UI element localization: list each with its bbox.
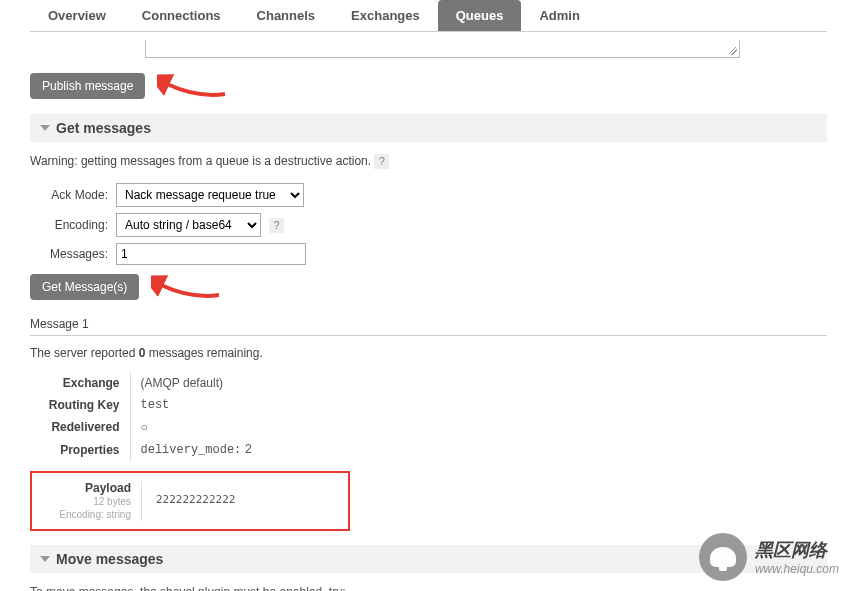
encoding-select[interactable]: Auto string / base64 [116, 213, 261, 237]
payload-textarea[interactable] [145, 40, 740, 58]
detail-key-routing: Routing Key [30, 394, 130, 416]
nav-tabs: Overview Connections Channels Exchanges … [30, 0, 827, 32]
warning-text: Warning: getting messages from a queue i… [30, 154, 371, 168]
message-heading: Message 1 [30, 311, 827, 336]
payload-encoding: Encoding: string [42, 508, 131, 521]
annotation-arrow-icon [151, 273, 221, 301]
message-details-table: Exchange (AMQP default) Routing Key test… [30, 372, 827, 461]
payload-bytes: 12 bytes [42, 495, 131, 508]
get-messages-button[interactable]: Get Message(s) [30, 274, 139, 300]
ack-mode-select[interactable]: Nack message requeue true [116, 183, 304, 207]
payload-title: Payload [42, 481, 131, 495]
annotation-arrow-icon [157, 72, 227, 100]
publish-message-button[interactable]: Publish message [30, 73, 145, 99]
tab-connections[interactable]: Connections [124, 0, 239, 31]
tab-overview[interactable]: Overview [30, 0, 124, 31]
tab-channels[interactable]: Channels [239, 0, 334, 31]
watermark-url: www.heiqu.com [755, 562, 839, 576]
messages-label: Messages: [30, 247, 108, 261]
section-get-messages[interactable]: Get messages [30, 114, 827, 142]
collapse-icon [40, 556, 50, 562]
move-note: To move messages, the shovel plugin must… [30, 585, 827, 591]
tab-queues[interactable]: Queues [438, 0, 522, 31]
payload-value: 222222222222 [156, 481, 235, 521]
messages-input[interactable] [116, 243, 306, 265]
watermark-logo-icon [699, 533, 747, 581]
ack-mode-label: Ack Mode: [30, 188, 108, 202]
detail-key-properties: Properties [30, 438, 130, 461]
payload-block: Payload 12 bytes Encoding: string 222222… [30, 471, 350, 531]
encoding-label: Encoding: [30, 218, 108, 232]
detail-val-redelivered: ○ [130, 416, 827, 438]
tab-admin[interactable]: Admin [521, 0, 597, 31]
watermark-title: 黑区网络 [755, 538, 839, 562]
section-title: Move messages [56, 551, 163, 567]
collapse-icon [40, 125, 50, 131]
detail-val-properties: delivery_mode: 2 [130, 438, 827, 461]
remaining-text: The server reported 0 messages remaining… [30, 346, 827, 360]
help-icon[interactable]: ? [374, 154, 389, 169]
section-title: Get messages [56, 120, 151, 136]
help-icon[interactable]: ? [269, 218, 284, 233]
watermark: 黑区网络 www.heiqu.com [699, 533, 839, 581]
tab-exchanges[interactable]: Exchanges [333, 0, 438, 31]
detail-val-routing: test [130, 394, 827, 416]
detail-key-exchange: Exchange [30, 372, 130, 394]
detail-key-redelivered: Redelivered [30, 416, 130, 438]
detail-val-exchange: (AMQP default) [130, 372, 827, 394]
